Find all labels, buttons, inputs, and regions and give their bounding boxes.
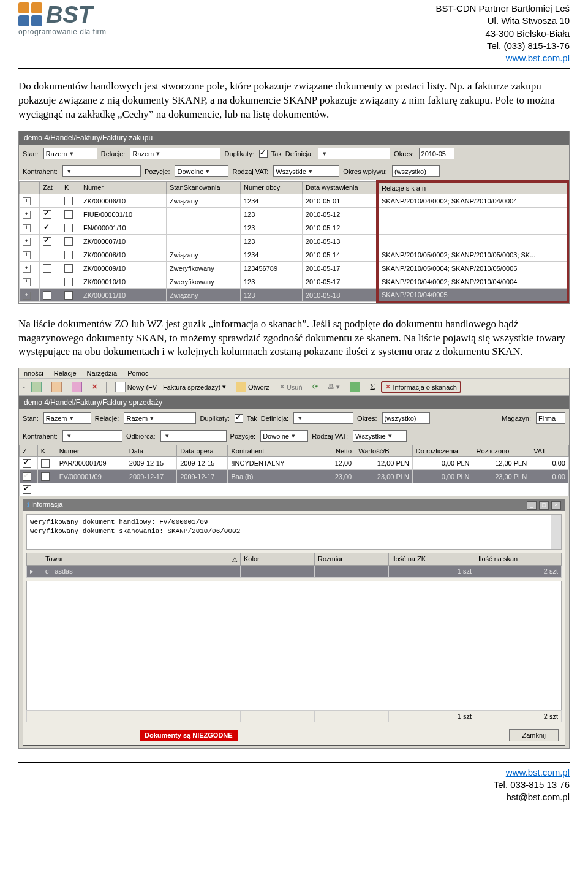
footer-link[interactable]: www.bst.com.pl bbox=[506, 767, 570, 778]
menu-item[interactable]: nności bbox=[24, 369, 43, 377]
k-checkbox[interactable] bbox=[64, 224, 73, 232]
filter-pozycje[interactable]: Dowolne bbox=[175, 165, 228, 177]
c2-z[interactable]: Z bbox=[20, 445, 38, 457]
c2-wartosc[interactable]: Wartość/B bbox=[355, 445, 413, 457]
f2-poz[interactable]: Dowolne bbox=[260, 430, 308, 442]
table-row[interactable]: +ZK/000009/10Zweryfikowany1234567892010-… bbox=[20, 262, 568, 275]
filter-definicja[interactable] bbox=[318, 148, 390, 159]
k-checkbox[interactable] bbox=[64, 278, 73, 286]
z-checkbox[interactable] bbox=[23, 459, 31, 468]
sigma-icon[interactable]: Σ bbox=[366, 381, 379, 393]
menu-item[interactable]: Pomoc bbox=[127, 369, 148, 377]
toolbar-icon-1[interactable] bbox=[28, 381, 45, 393]
filter-relacje[interactable]: Razem bbox=[130, 148, 221, 159]
filter-stan[interactable]: Razem bbox=[43, 148, 97, 159]
menu-bar[interactable]: nności Relacje Narzędzia Pomoc bbox=[19, 368, 569, 379]
k-checkbox[interactable] bbox=[64, 210, 73, 219]
informacja-o-skanach-button[interactable]: ✕ Informacja o skanach bbox=[381, 381, 461, 393]
zat-checkbox[interactable] bbox=[43, 251, 51, 259]
filter-duplikaty-checkbox[interactable] bbox=[259, 150, 268, 158]
filter-kontrahent[interactable] bbox=[62, 165, 141, 177]
f2-okres[interactable]: (wszystko) bbox=[382, 412, 430, 424]
f2-kontr[interactable] bbox=[62, 430, 123, 442]
col-zat[interactable]: Zat bbox=[40, 181, 61, 194]
f2-odb[interactable] bbox=[160, 430, 227, 442]
c2-vat[interactable]: VAT bbox=[530, 445, 569, 457]
maximize-icon[interactable]: □ bbox=[539, 501, 549, 510]
table-row[interactable]: +FIUE/000001/101232010-05-12 bbox=[20, 208, 568, 221]
c2-numer[interactable]: Numer bbox=[56, 445, 126, 457]
table-row[interactable]: PAR/000001/092009-12-152009-12-15!INCYDE… bbox=[20, 457, 569, 470]
zat-checkbox[interactable] bbox=[43, 210, 51, 219]
k-checkbox[interactable] bbox=[41, 459, 50, 468]
new-button[interactable]: Nowy (FV - Faktura sprzedaży) ▾ bbox=[111, 381, 230, 393]
f2-vat[interactable]: Wszystkie bbox=[353, 430, 407, 442]
tcol-rozmiar[interactable]: Rozmiar bbox=[315, 553, 389, 565]
print-icon[interactable]: 🖶 ▾ bbox=[324, 382, 344, 392]
c2-kontrahent[interactable]: Kontrahent bbox=[228, 445, 304, 457]
open-button[interactable]: Otwórz bbox=[232, 381, 273, 393]
col-k[interactable]: K bbox=[61, 181, 80, 194]
zat-checkbox[interactable] bbox=[43, 291, 51, 300]
minimize-icon[interactable]: _ bbox=[527, 501, 537, 510]
zat-checkbox[interactable] bbox=[43, 278, 51, 286]
close-button[interactable]: Zamknij bbox=[509, 729, 559, 741]
zat-checkbox[interactable] bbox=[43, 224, 51, 232]
f2-def[interactable] bbox=[293, 412, 353, 424]
folder-icon[interactable] bbox=[346, 381, 364, 393]
col-relacje-skan[interactable]: Relacje s k a n bbox=[377, 181, 568, 194]
tcol-kolor[interactable]: Kolor bbox=[241, 553, 315, 565]
tcol-ilosc-skan[interactable]: Ilość na skan bbox=[475, 553, 562, 565]
row-check[interactable] bbox=[23, 485, 31, 494]
filter-vat[interactable]: Wszystkie bbox=[273, 165, 339, 177]
k-checkbox[interactable] bbox=[64, 251, 73, 259]
grid-towary[interactable]: Towar △ Kolor Rozmiar Ilość na ZK Ilość … bbox=[26, 553, 562, 578]
k-checkbox[interactable] bbox=[64, 264, 73, 273]
towar-row[interactable]: ▸ c - asdas 1 szt 2 szt bbox=[27, 565, 562, 577]
f2-dup-check[interactable] bbox=[235, 414, 243, 423]
company-link[interactable]: www.bst.com.pl bbox=[506, 53, 570, 63]
col-stan-skanowania[interactable]: StanSkanowania bbox=[167, 181, 241, 194]
col-numer-obcy[interactable]: Numer obcy bbox=[241, 181, 303, 194]
col-expand[interactable] bbox=[20, 181, 40, 194]
table-row[interactable]: +FN/000001/101232010-05-12 bbox=[20, 221, 568, 235]
zat-checkbox[interactable] bbox=[43, 237, 51, 246]
filter-okres[interactable]: 2010-05 bbox=[419, 148, 454, 159]
table-row[interactable]: FV/000001/092009-12-172009-12-17Baa (b)2… bbox=[20, 470, 569, 483]
menu-item[interactable]: Narzędzia bbox=[87, 369, 118, 377]
f2-stan[interactable]: Razem bbox=[43, 412, 91, 424]
k-checkbox[interactable] bbox=[64, 237, 73, 246]
c2-data-opera[interactable]: Data opera bbox=[177, 445, 228, 457]
close-icon[interactable]: × bbox=[551, 501, 561, 510]
toolbar-icon-3[interactable] bbox=[68, 381, 86, 393]
menu-item[interactable]: Relacje bbox=[54, 369, 77, 377]
f2-rel[interactable]: Razem bbox=[124, 412, 196, 424]
table-row[interactable]: +ZK/000011/10Związany1232010-05-18SKANP/… bbox=[20, 289, 568, 302]
filter-okres-wplywu[interactable]: (wszystko) bbox=[392, 165, 440, 177]
table-row[interactable]: +ZK/000006/10Związany12342010-05-01SKANP… bbox=[20, 194, 568, 208]
z-checkbox[interactable] bbox=[23, 472, 31, 481]
k-checkbox[interactable] bbox=[64, 291, 73, 300]
f2-mag[interactable]: Firma bbox=[536, 412, 565, 424]
delete-x-icon[interactable]: ✕ bbox=[88, 382, 101, 392]
grid-extra-checkrow[interactable] bbox=[19, 483, 569, 496]
toolbar-icon-2[interactable] bbox=[48, 381, 66, 393]
k-checkbox[interactable] bbox=[64, 197, 73, 205]
zat-checkbox[interactable] bbox=[43, 264, 51, 273]
col-numer[interactable]: Numer bbox=[80, 181, 167, 194]
scrollbar[interactable] bbox=[551, 515, 561, 549]
col-data-wystawienia[interactable]: Data wystawienia bbox=[303, 181, 378, 194]
c2-data[interactable]: Data bbox=[126, 445, 176, 457]
zat-checkbox[interactable] bbox=[43, 197, 51, 205]
delete-button[interactable]: ✕ Usuń bbox=[276, 382, 306, 392]
grid-faktury-sprzedazy[interactable]: Z K Numer Data Data opera Kontrahent Net… bbox=[19, 445, 569, 483]
refresh-icon[interactable]: ⟳ bbox=[309, 382, 322, 392]
table-row[interactable]: +ZK/000007/101232010-05-13 bbox=[20, 235, 568, 248]
tcol-ilosc-zk[interactable]: Ilość na ZK bbox=[389, 553, 475, 565]
k-checkbox[interactable] bbox=[41, 472, 50, 481]
tcol-towar[interactable]: Towar △ bbox=[42, 553, 241, 565]
table-row[interactable]: +ZK/000008/10Związany12342010-05-14SKANP… bbox=[20, 248, 568, 262]
c2-netto[interactable]: Netto bbox=[304, 445, 355, 457]
c2-k[interactable]: K bbox=[37, 445, 56, 457]
grid-faktury-zakupu[interactable]: Zat K Numer StanSkanowania Numer obcy Da… bbox=[19, 180, 569, 303]
